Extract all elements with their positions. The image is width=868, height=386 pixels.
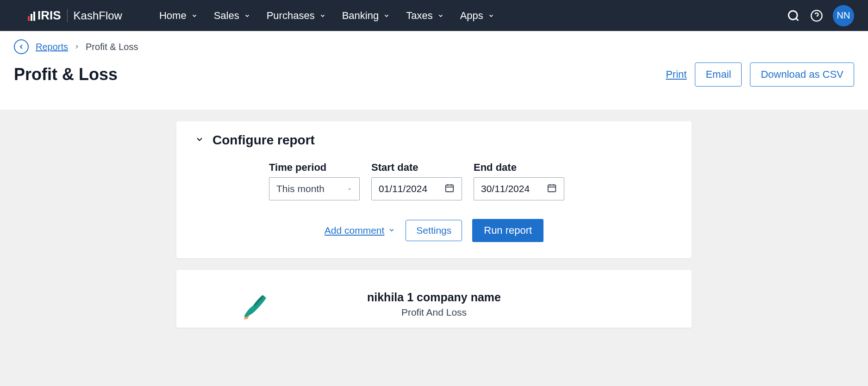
nav-label: Taxes xyxy=(406,10,432,22)
calendar-icon xyxy=(444,183,455,195)
fields-row: Time period This month Start date 01/11/… xyxy=(269,162,673,200)
start-date-input[interactable]: 01/11/2024 xyxy=(371,177,462,200)
help-icon xyxy=(810,9,823,22)
breadcrumb-current: Profit & Loss xyxy=(86,42,138,52)
avatar[interactable]: NN xyxy=(833,5,854,26)
svg-marker-4 xyxy=(348,189,351,191)
page-title: Profit & Loss xyxy=(14,65,118,84)
time-period-value: This month xyxy=(276,183,325,194)
chevron-down-icon xyxy=(383,12,390,19)
chevron-down-icon xyxy=(488,12,494,19)
nav-items: Home Sales Purchases Banking xyxy=(159,10,494,22)
configure-title: Configure report xyxy=(212,133,315,148)
back-button[interactable] xyxy=(14,39,29,54)
end-date-value: 30/11/2024 xyxy=(481,183,530,194)
config-actions: Add comment Settings Run report xyxy=(195,219,673,242)
nav-home[interactable]: Home xyxy=(159,10,198,22)
breadcrumb: Reports Profit & Loss xyxy=(36,42,138,52)
report-name: Profit And Loss xyxy=(195,307,673,318)
time-period-label: Time period xyxy=(269,162,360,174)
settings-button[interactable]: Settings xyxy=(406,220,462,241)
nav-label: Purchases xyxy=(267,10,315,22)
calendar-icon xyxy=(547,183,557,195)
breadcrumb-link[interactable]: Reports xyxy=(36,42,68,52)
header-actions: Print Email Download as CSV xyxy=(666,62,854,87)
bars-icon xyxy=(28,11,35,21)
download-csv-button[interactable]: Download as CSV xyxy=(750,62,854,87)
help-button[interactable] xyxy=(810,9,824,23)
chevron-down-icon xyxy=(437,12,444,19)
report-card: nikhila 1 company name Profit And Loss xyxy=(176,270,692,328)
topnav-right: NN xyxy=(787,5,854,26)
page-header: Profit & Loss Print Email Download as CS… xyxy=(0,54,868,110)
start-date-field: Start date 01/11/2024 xyxy=(371,162,462,200)
time-period-field: Time period This month xyxy=(269,162,360,200)
nav-purchases[interactable]: Purchases xyxy=(267,10,326,22)
company-name: nikhila 1 company name xyxy=(195,291,673,304)
configure-card: Configure report Time period This month … xyxy=(176,121,692,258)
configure-header[interactable]: Configure report xyxy=(195,133,673,148)
chevron-down-icon xyxy=(319,12,326,19)
run-report-button[interactable]: Run report xyxy=(472,219,543,242)
brand-main: IRIS xyxy=(37,8,61,23)
brand-sub: KashFlow xyxy=(74,9,122,22)
search-button[interactable] xyxy=(787,9,800,23)
content: Configure report Time period This month … xyxy=(0,121,868,328)
add-comment-label: Add comment xyxy=(325,225,385,236)
svg-line-1 xyxy=(796,18,798,20)
search-icon xyxy=(787,9,800,22)
time-period-select[interactable]: This month xyxy=(269,177,360,200)
nav-apps[interactable]: Apps xyxy=(460,10,494,22)
chevron-right-icon xyxy=(74,44,80,50)
start-date-label: Start date xyxy=(371,162,462,174)
chevron-down-icon xyxy=(244,12,250,19)
report-titles: nikhila 1 company name Profit And Loss xyxy=(195,291,673,318)
top-nav: IRIS KashFlow Home Sales Purchases xyxy=(0,0,868,31)
svg-rect-5 xyxy=(446,185,454,192)
print-link[interactable]: Print xyxy=(666,68,687,81)
caret-down-icon xyxy=(347,183,352,194)
svg-point-0 xyxy=(789,11,798,19)
nav-label: Home xyxy=(159,10,187,22)
email-button[interactable]: Email xyxy=(695,62,742,87)
end-date-field: End date 30/11/2024 xyxy=(474,162,564,200)
chevron-down-icon xyxy=(191,12,198,19)
nav-label: Sales xyxy=(214,10,239,22)
brand-logo[interactable]: IRIS KashFlow xyxy=(28,8,122,23)
breadcrumb-row: Reports Profit & Loss xyxy=(0,31,868,54)
add-comment-link[interactable]: Add comment xyxy=(325,225,396,236)
nav-sales[interactable]: Sales xyxy=(214,10,250,22)
chevron-down-icon xyxy=(388,225,395,236)
brand-divider xyxy=(67,9,68,22)
nav-banking[interactable]: Banking xyxy=(342,10,390,22)
svg-rect-9 xyxy=(548,185,556,192)
start-date-value: 01/11/2024 xyxy=(379,183,427,194)
nav-label: Apps xyxy=(460,10,483,22)
nav-taxes[interactable]: Taxes xyxy=(406,10,443,22)
chevron-left-icon xyxy=(18,43,25,50)
chevron-down-icon xyxy=(195,135,204,146)
nav-label: Banking xyxy=(342,10,379,22)
end-date-input[interactable]: 30/11/2024 xyxy=(474,177,564,200)
topnav-left: IRIS KashFlow Home Sales Purchases xyxy=(28,8,494,23)
end-date-label: End date xyxy=(474,162,564,174)
